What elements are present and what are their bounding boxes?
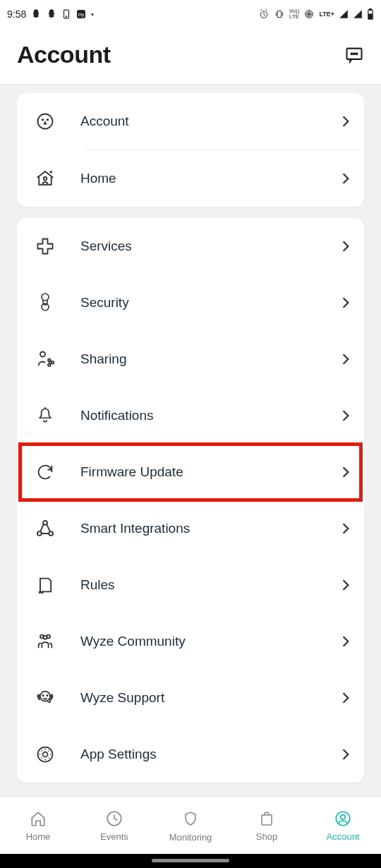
chevron-right-icon: [341, 692, 350, 704]
phone-icon: [61, 8, 71, 20]
hotspot-icon: [303, 8, 315, 20]
row-label: Wyze Support: [59, 690, 341, 706]
shield-icon: [182, 809, 199, 828]
svg-rect-5: [277, 11, 281, 17]
nav-events[interactable]: Events: [76, 797, 152, 854]
chevron-right-icon: [341, 466, 350, 478]
clock-icon: [105, 809, 123, 828]
nav-home[interactable]: Home: [0, 797, 76, 854]
row-label: Rules: [59, 577, 341, 593]
chevron-right-icon: [341, 748, 350, 761]
page-title: Account: [17, 41, 111, 68]
chevron-right-icon: [341, 409, 350, 422]
snapchat-icon: [30, 8, 42, 20]
chevron-right-icon: [341, 172, 350, 185]
svg-point-1: [66, 16, 67, 17]
app-icon: my: [75, 8, 87, 20]
svg-point-34: [47, 695, 47, 696]
status-bar: 9:58 my • Vo))LTE LTE+: [0, 0, 381, 28]
row-sharing[interactable]: Sharing: [17, 331, 364, 387]
svg-point-38: [43, 752, 48, 757]
svg-text:my: my: [78, 12, 85, 18]
status-time: 9:58: [7, 8, 26, 20]
svg-point-33: [42, 695, 43, 696]
row-home[interactable]: Home: [17, 150, 364, 207]
battery-icon: [367, 8, 374, 20]
rules-icon: [31, 575, 59, 595]
svg-point-17: [42, 119, 43, 120]
row-services[interactable]: Services: [17, 218, 364, 275]
dot-icon: •: [91, 11, 94, 18]
chevron-right-icon: [341, 296, 350, 309]
bag-icon: [258, 809, 275, 828]
nav-shop[interactable]: Shop: [229, 797, 305, 854]
row-app-settings[interactable]: App Settings: [17, 726, 364, 783]
account-icon: [334, 809, 352, 828]
chevron-right-icon: [341, 522, 350, 535]
volte-icon: Vo))LTE: [289, 8, 300, 20]
row-account[interactable]: Account: [17, 93, 364, 150]
nav-monitoring[interactable]: Monitoring: [152, 797, 229, 854]
svg-point-26: [43, 521, 47, 525]
row-rules[interactable]: Rules: [17, 557, 364, 613]
plus-icon: [31, 236, 59, 256]
row-wyze-community[interactable]: Wyze Community: [17, 613, 364, 670]
svg-point-41: [341, 814, 346, 819]
nav-label: Home: [26, 831, 51, 842]
row-wyze-support[interactable]: Wyze Support: [17, 670, 364, 726]
row-notifications[interactable]: Notifications: [17, 387, 364, 444]
svg-rect-36: [51, 694, 52, 698]
svg-rect-11: [369, 14, 373, 18]
bell-icon: [31, 406, 59, 426]
svg-point-31: [43, 636, 47, 639]
nav-label: Shop: [256, 831, 277, 842]
svg-point-6: [308, 13, 310, 16]
chevron-right-icon: [341, 115, 350, 128]
chevron-right-icon: [341, 240, 350, 253]
svg-point-22: [40, 352, 45, 357]
lte-label: LTE+: [319, 11, 334, 18]
community-icon: [31, 632, 59, 651]
snapchat-icon: [46, 8, 57, 20]
face-icon: [31, 111, 59, 131]
nav-label: Account: [327, 831, 360, 842]
row-label: Wyze Community: [59, 634, 341, 649]
svg-rect-35: [38, 694, 40, 698]
chat-icon[interactable]: [344, 45, 364, 65]
profile-card: Account Home: [17, 93, 364, 207]
svg-point-20: [42, 294, 49, 301]
row-label: Services: [59, 239, 341, 254]
vibrate-icon: [274, 8, 285, 20]
nav-account[interactable]: Account: [305, 797, 381, 854]
home-icon: [29, 809, 47, 828]
alarm-icon: [258, 8, 270, 20]
page-header: Account: [0, 28, 381, 85]
svg-rect-10: [369, 8, 371, 10]
svg-point-19: [44, 177, 47, 181]
integrations-icon: [31, 519, 59, 538]
settings-card: Services Security Sharing Notifications: [17, 218, 364, 783]
row-label: Smart Integrations: [59, 521, 341, 536]
lock-icon: [31, 292, 59, 313]
svg-point-18: [47, 119, 48, 120]
row-label: Notifications: [59, 408, 341, 423]
bottom-nav: Home Events Monitoring Shop Account: [0, 796, 381, 854]
svg-point-13: [351, 53, 353, 54]
row-smart-integrations[interactable]: Smart Integrations: [17, 500, 364, 557]
nav-label: Monitoring: [169, 832, 212, 843]
chevron-right-icon: [341, 579, 350, 591]
row-label: Security: [59, 295, 341, 311]
chevron-right-icon: [341, 353, 350, 366]
chevron-right-icon: [341, 635, 350, 648]
home-indicator: [0, 854, 381, 868]
row-label: Account: [59, 114, 341, 129]
signal-icon: [353, 9, 363, 19]
row-label: App Settings: [59, 747, 341, 762]
row-label: Home: [59, 171, 341, 186]
svg-point-14: [353, 53, 355, 54]
gear-icon: [31, 745, 59, 764]
row-firmware-update[interactable]: Firmware Update: [17, 444, 364, 500]
nav-label: Events: [100, 831, 128, 842]
row-label: Firmware Update: [59, 464, 341, 480]
row-security[interactable]: Security: [17, 275, 364, 331]
